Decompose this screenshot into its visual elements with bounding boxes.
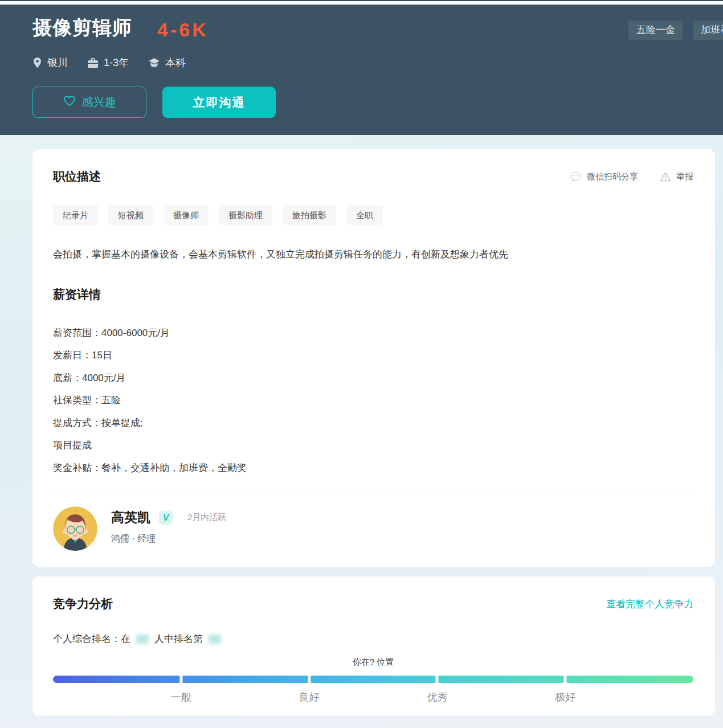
job-description-text: 会拍摄，掌握基本的摄像设备，会基本剪辑软件，又独立完成拍摄剪辑任务的能力，有创新… <box>53 248 693 261</box>
job-experience: 1-3年 <box>87 56 129 69</box>
blurred-rank-number <box>209 635 221 644</box>
job-header: 摄像剪辑师 4-6K 五险一金 加班补助 银川 1-3年 <box>0 5 723 135</box>
chat-now-button[interactable]: 立即沟通 <box>162 87 276 118</box>
card-divider <box>53 489 693 489</box>
keyword-tag: 旅拍摄影 <box>283 205 336 225</box>
position-marker-label: 你在? 位置 <box>53 657 693 668</box>
salary-range: 4-6K <box>157 19 209 41</box>
ranking-prefix: 个人综合排名：在 <box>53 632 130 645</box>
recruiter-active-status: 2月内活跃 <box>187 512 226 523</box>
keyword-tag: 全职 <box>346 205 383 225</box>
scale-label-outstanding: 极好 <box>555 690 575 704</box>
scale-labels: 一般 良好 优秀 极好 <box>53 690 693 705</box>
recruiter-company-title: 鸿儒 · 经理 <box>111 533 226 545</box>
recruiter-name: 高英凯 <box>111 509 150 526</box>
salary-line: 提成方式：按单提成; <box>53 412 693 435</box>
ranking-line: 个人综合排名：在 人中排名第 <box>53 632 693 645</box>
scale-label-good: 良好 <box>299 690 320 704</box>
job-meta-row: 银川 1-3年 本科 <box>32 56 723 69</box>
salary-line: 薪资范围：4000-6000元/月 <box>53 322 693 345</box>
view-full-competitiveness-link[interactable]: 查看完整个人竞争力 <box>606 598 693 611</box>
keyword-tag: 摄像师 <box>164 205 209 225</box>
briefcase-icon <box>87 58 99 68</box>
recruiter-block[interactable]: 高英凯 V 2月内活跃 鸿儒 · 经理 <box>53 506 693 551</box>
competitiveness-scale-bar <box>53 676 693 683</box>
bar-segment-gap <box>179 675 182 684</box>
competitiveness-card: 竞争力分析 查看完整个人竞争力 个人综合排名：在 人中排名第 你在? 位置 一般… <box>32 576 715 715</box>
action-buttons: 感兴趣 立即沟通 <box>32 87 723 118</box>
card-head-actions: 微信扫码分享 举报 <box>570 171 693 182</box>
warning-triangle-icon <box>660 171 671 182</box>
salary-detail-title: 薪资详情 <box>53 287 693 302</box>
salary-line: 项目提成 <box>53 434 693 457</box>
location-icon <box>32 57 42 68</box>
job-description-title: 职位描述 <box>53 169 101 185</box>
job-location: 银川 <box>32 56 68 69</box>
recruiter-avatar[interactable] <box>53 506 97 551</box>
job-title-row: 摄像剪辑师 4-6K <box>32 15 723 41</box>
bar-segment-gap <box>308 675 311 684</box>
interest-button[interactable]: 感兴趣 <box>32 87 146 118</box>
recruiter-name-row: 高英凯 V 2月内活跃 <box>111 509 226 526</box>
keyword-tag: 摄影助理 <box>219 205 272 225</box>
scale-label-excellent: 优秀 <box>427 690 447 704</box>
wechat-share-button[interactable]: 微信扫码分享 <box>570 171 638 182</box>
job-description-head: 职位描述 微信扫码分享 举报 <box>53 169 693 185</box>
verified-badge-icon: V <box>159 511 173 525</box>
ranking-middle: 人中排名第 <box>154 632 203 645</box>
job-title: 摄像剪辑师 <box>32 15 132 41</box>
benefit-tag: 加班补助 <box>693 21 723 40</box>
keyword-tag: 纪录片 <box>53 205 98 225</box>
job-experience-label: 1-3年 <box>104 56 129 69</box>
interest-button-label: 感兴趣 <box>82 95 116 110</box>
salary-line: 社保类型：五险 <box>53 389 693 412</box>
keyword-tags: 纪录片 短视频 摄像师 摄影助理 旅拍摄影 全职 <box>53 205 693 225</box>
graduation-cap-icon <box>148 58 160 68</box>
job-education: 本科 <box>148 56 186 69</box>
job-location-label: 银川 <box>47 56 68 69</box>
wechat-share-label: 微信扫码分享 <box>587 171 638 182</box>
job-education-label: 本科 <box>165 56 186 69</box>
blurred-total-count <box>136 635 149 644</box>
salary-line: 发薪日：15日 <box>53 344 693 367</box>
wechat-icon <box>570 171 582 182</box>
salary-line: 底薪：4000元/月 <box>53 367 693 390</box>
report-label: 举报 <box>676 171 693 182</box>
scale-label-average: 一般 <box>171 690 191 704</box>
bar-segment-gap <box>564 675 567 684</box>
salary-line: 奖金补贴：餐补，交通补助，加班费，全勤奖 <box>53 457 693 480</box>
benefit-tags: 五险一金 加班补助 <box>628 21 723 40</box>
keyword-tag: 短视频 <box>108 205 153 225</box>
bar-segment-gap <box>436 675 439 684</box>
competitiveness-head: 竞争力分析 查看完整个人竞争力 <box>53 596 693 612</box>
report-button[interactable]: 举报 <box>660 171 693 182</box>
benefit-tag: 五险一金 <box>628 21 683 40</box>
heart-icon <box>63 95 76 109</box>
job-description-card: 职位描述 微信扫码分享 举报 纪录片 短视频 摄像师 <box>32 149 715 567</box>
recruiter-info: 高英凯 V 2月内活跃 鸿儒 · 经理 <box>111 506 226 545</box>
competitiveness-title: 竞争力分析 <box>53 596 113 612</box>
job-detail-page: 摄像剪辑师 4-6K 五险一金 加班补助 银川 1-3年 <box>0 0 723 728</box>
salary-detail-list: 薪资范围：4000-6000元/月 发薪日：15日 底薪：4000元/月 社保类… <box>53 322 693 480</box>
